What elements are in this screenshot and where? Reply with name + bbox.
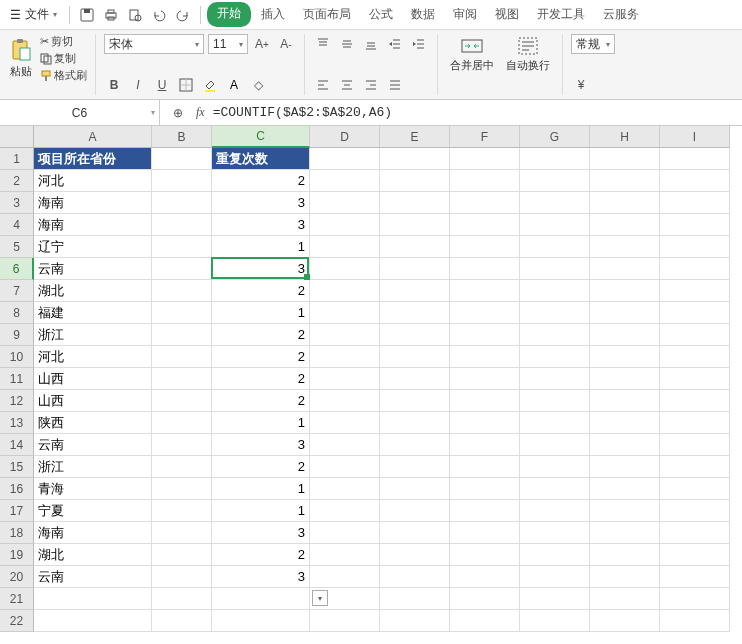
cell-F13[interactable] (450, 412, 520, 434)
cell-B8[interactable] (152, 302, 212, 324)
cell-A12[interactable]: 山西 (34, 390, 152, 412)
cell-C1[interactable]: 重复次数 (212, 148, 310, 170)
cell-E18[interactable] (380, 522, 450, 544)
tab-云服务[interactable]: 云服务 (595, 2, 647, 27)
row-header-14[interactable]: 14 (0, 434, 34, 456)
cell-G3[interactable] (520, 192, 590, 214)
cell-C7[interactable]: 2 (212, 280, 310, 302)
cell-C6[interactable]: 3 (212, 258, 310, 280)
cell-A7[interactable]: 湖北 (34, 280, 152, 302)
cell-G4[interactable] (520, 214, 590, 236)
row-header-20[interactable]: 20 (0, 566, 34, 588)
cell-I10[interactable] (660, 346, 730, 368)
fx-icon[interactable]: fx (196, 105, 205, 120)
cell-A9[interactable]: 浙江 (34, 324, 152, 346)
print-icon[interactable] (100, 4, 122, 26)
cell-E9[interactable] (380, 324, 450, 346)
align-right-icon[interactable] (361, 75, 381, 95)
row-header-6[interactable]: 6 (0, 258, 34, 280)
cell-C15[interactable]: 2 (212, 456, 310, 478)
cell-H4[interactable] (590, 214, 660, 236)
cell-G19[interactable] (520, 544, 590, 566)
tab-页面布局[interactable]: 页面布局 (295, 2, 359, 27)
cell-C17[interactable]: 1 (212, 500, 310, 522)
cell-H22[interactable] (590, 610, 660, 632)
cell-F6[interactable] (450, 258, 520, 280)
row-header-5[interactable]: 5 (0, 236, 34, 258)
cell-H16[interactable] (590, 478, 660, 500)
borders-button[interactable] (176, 75, 196, 95)
row-header-9[interactable]: 9 (0, 324, 34, 346)
cell-D20[interactable] (310, 566, 380, 588)
cell-G21[interactable] (520, 588, 590, 610)
col-header-F[interactable]: F (450, 126, 520, 148)
format-painter-button[interactable]: 格式刷 (40, 68, 87, 83)
cell-D2[interactable] (310, 170, 380, 192)
row-header-8[interactable]: 8 (0, 302, 34, 324)
cell-H18[interactable] (590, 522, 660, 544)
cell-I13[interactable] (660, 412, 730, 434)
underline-button[interactable]: U (152, 75, 172, 95)
cell-G6[interactable] (520, 258, 590, 280)
cell-G7[interactable] (520, 280, 590, 302)
cell-C9[interactable]: 2 (212, 324, 310, 346)
undo-icon[interactable] (148, 4, 170, 26)
cell-C10[interactable]: 2 (212, 346, 310, 368)
cell-G8[interactable] (520, 302, 590, 324)
cell-C14[interactable]: 3 (212, 434, 310, 456)
file-menu[interactable]: ☰ 文件 ▾ (4, 4, 63, 25)
justify-icon[interactable] (385, 75, 405, 95)
cell-D8[interactable] (310, 302, 380, 324)
cell-I8[interactable] (660, 302, 730, 324)
cell-B4[interactable] (152, 214, 212, 236)
cell-A13[interactable]: 陕西 (34, 412, 152, 434)
cell-H15[interactable] (590, 456, 660, 478)
clear-format-button[interactable]: ◇ (248, 75, 268, 95)
cell-E15[interactable] (380, 456, 450, 478)
row-header-15[interactable]: 15 (0, 456, 34, 478)
row-header-13[interactable]: 13 (0, 412, 34, 434)
tab-审阅[interactable]: 审阅 (445, 2, 485, 27)
cell-H1[interactable] (590, 148, 660, 170)
cell-H8[interactable] (590, 302, 660, 324)
cell-B15[interactable] (152, 456, 212, 478)
cell-A15[interactable]: 浙江 (34, 456, 152, 478)
row-header-10[interactable]: 10 (0, 346, 34, 368)
cell-G20[interactable] (520, 566, 590, 588)
cell-C20[interactable]: 3 (212, 566, 310, 588)
col-header-G[interactable]: G (520, 126, 590, 148)
cell-F7[interactable] (450, 280, 520, 302)
cell-C19[interactable]: 2 (212, 544, 310, 566)
tab-公式[interactable]: 公式 (361, 2, 401, 27)
cell-A19[interactable]: 湖北 (34, 544, 152, 566)
cell-A21[interactable] (34, 588, 152, 610)
cell-I4[interactable] (660, 214, 730, 236)
merge-button[interactable]: 合并居中 (446, 34, 498, 75)
bold-button[interactable]: B (104, 75, 124, 95)
row-header-16[interactable]: 16 (0, 478, 34, 500)
cell-G16[interactable] (520, 478, 590, 500)
cell-F15[interactable] (450, 456, 520, 478)
cell-B9[interactable] (152, 324, 212, 346)
cell-C16[interactable]: 1 (212, 478, 310, 500)
col-header-A[interactable]: A (34, 126, 152, 148)
row-header-19[interactable]: 19 (0, 544, 34, 566)
cell-D4[interactable] (310, 214, 380, 236)
cell-B17[interactable] (152, 500, 212, 522)
cell-E21[interactable] (380, 588, 450, 610)
cell-F14[interactable] (450, 434, 520, 456)
cell-C18[interactable]: 3 (212, 522, 310, 544)
print-preview-icon[interactable] (124, 4, 146, 26)
cell-I7[interactable] (660, 280, 730, 302)
cell-D19[interactable] (310, 544, 380, 566)
number-format-select[interactable]: 常规▾ (571, 34, 615, 54)
cell-I14[interactable] (660, 434, 730, 456)
row-header-17[interactable]: 17 (0, 500, 34, 522)
cell-G15[interactable] (520, 456, 590, 478)
cell-B7[interactable] (152, 280, 212, 302)
select-all-corner[interactable] (0, 126, 34, 148)
cell-B10[interactable] (152, 346, 212, 368)
cell-A5[interactable]: 辽宁 (34, 236, 152, 258)
tab-开发工具[interactable]: 开发工具 (529, 2, 593, 27)
cell-B16[interactable] (152, 478, 212, 500)
